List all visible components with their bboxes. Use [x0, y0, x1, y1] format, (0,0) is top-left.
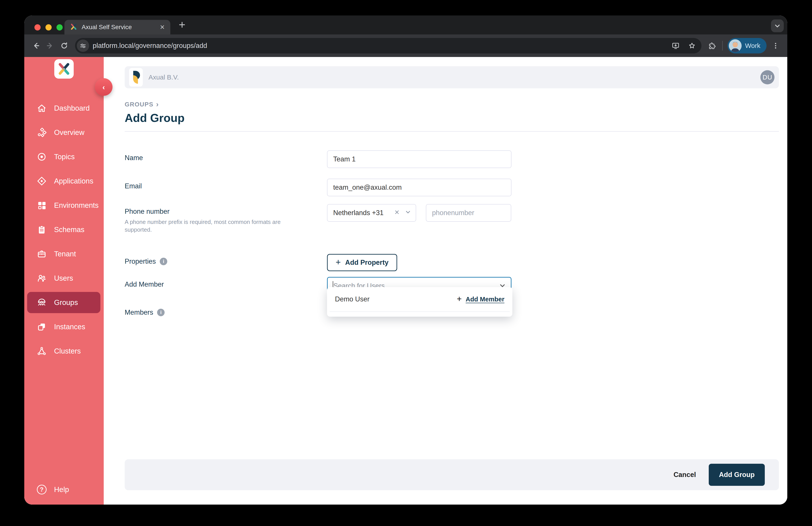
chevron-down-icon[interactable]: [405, 209, 411, 217]
properties-label: Properties i: [125, 257, 167, 266]
sidebar-item-clusters[interactable]: Clusters: [27, 341, 100, 362]
tab-favicon-axual-icon: [70, 23, 77, 31]
install-app-icon[interactable]: [669, 39, 682, 52]
breadcrumb: GROUPS ›: [125, 101, 779, 108]
sidebar-item-label: Schemas: [54, 226, 85, 234]
forward-button[interactable]: [44, 39, 57, 52]
name-row: Name: [125, 151, 779, 168]
user-avatar[interactable]: DU: [760, 70, 774, 84]
list-item[interactable]: Demo User + Add Member: [327, 287, 512, 311]
email-row: Email: [125, 179, 779, 196]
app-header: Axual B.V. DU: [125, 66, 779, 88]
address-bar[interactable]: platform.local/governance/groups/add: [75, 38, 701, 54]
axual-logo-icon: [54, 59, 74, 79]
phone-helper-text: A phone number prefix is required, most …: [125, 218, 292, 233]
clusters-icon: [37, 346, 46, 356]
clear-prefix-icon[interactable]: [394, 209, 400, 217]
sidebar-item-instances[interactable]: Instances: [27, 316, 100, 338]
user-name: Demo User: [335, 295, 457, 303]
add-group-button[interactable]: Add Group: [709, 464, 765, 486]
info-icon[interactable]: i: [157, 309, 164, 316]
browser-menu-icon[interactable]: [769, 39, 782, 52]
profile-label: Work: [745, 42, 760, 49]
tab-strip: Axual Self Service × +: [24, 15, 787, 34]
sidebar-item-label: Clusters: [54, 347, 81, 355]
main-panel: Axual B.V. DU GROUPS › Add Group Name Em…: [104, 57, 787, 504]
sidebar-item-label: Topics: [54, 153, 75, 161]
environments-icon: [37, 200, 46, 210]
url-text[interactable]: platform.local/governance/groups/add: [93, 42, 666, 50]
add-property-button[interactable]: + Add Property: [327, 254, 397, 271]
sidebar-item-label: Dashboard: [54, 104, 90, 112]
plus-icon: +: [457, 295, 462, 303]
sidebar-item-label: Users: [54, 274, 73, 282]
browser-tab[interactable]: Axual Self Service ×: [64, 20, 170, 34]
phone-row: Phone number A phone number prefix is re…: [125, 204, 779, 233]
cancel-button[interactable]: Cancel: [673, 471, 696, 479]
name-input[interactable]: [327, 151, 511, 168]
instances-icon: [37, 322, 46, 332]
sidebar-item-label: Applications: [54, 177, 93, 185]
applications-icon: [37, 176, 46, 186]
sidebar-item-schemas[interactable]: Schemas: [27, 219, 100, 240]
sidebar-item-users[interactable]: Users: [27, 268, 100, 289]
sidebar-item-label: Groups: [54, 298, 78, 307]
sidebar-item-label: Overview: [54, 128, 85, 137]
sidebar-collapse-button[interactable]: ‹: [95, 78, 113, 96]
phone-prefix-select[interactable]: Netherlands +31: [327, 204, 416, 222]
sidebar-item-overview[interactable]: Overview: [27, 122, 100, 143]
sidebar-item-applications[interactable]: Applications: [27, 170, 100, 192]
title-divider: [125, 131, 779, 132]
browser-toolbar: platform.local/governance/groups/add: [24, 34, 787, 57]
tab-search-button[interactable]: [771, 19, 784, 32]
sidebar-nav: Dashboard Overview Topics: [24, 98, 104, 362]
sidebar-item-topics[interactable]: Topics: [27, 146, 100, 167]
members-label: Members i: [125, 309, 164, 316]
form-action-bar: Cancel Add Group: [125, 459, 779, 490]
close-window-button[interactable]: [34, 24, 41, 30]
add-member-link[interactable]: + Add Member: [457, 295, 504, 303]
page-title: Add Group: [125, 111, 779, 125]
email-field[interactable]: [327, 179, 511, 196]
name-label: Name: [125, 154, 143, 162]
help-icon: ?: [37, 485, 46, 494]
properties-row: Properties i + Add Property: [125, 254, 779, 271]
phone-number-input[interactable]: [426, 204, 511, 222]
sidebar-item-dashboard[interactable]: Dashboard: [27, 98, 100, 119]
sidebar-item-groups[interactable]: Groups: [27, 292, 100, 313]
profile-button[interactable]: Work: [727, 38, 767, 54]
reload-button[interactable]: [58, 39, 71, 52]
sidebar-item-label: Help: [54, 485, 69, 494]
minimize-window-button[interactable]: [45, 24, 52, 30]
info-icon[interactable]: i: [160, 258, 167, 265]
chevron-right-icon: ›: [156, 100, 159, 108]
window-controls: [34, 24, 63, 30]
zoom-window-button[interactable]: [57, 24, 63, 30]
back-button[interactable]: [30, 39, 42, 52]
schemas-icon: [37, 225, 46, 234]
sidebar-item-label: Tenant: [54, 250, 76, 258]
company-logo-icon: [129, 68, 143, 87]
phone-label: Phone number: [125, 208, 170, 215]
toolbar-divider: [722, 41, 723, 51]
home-icon: [37, 103, 46, 113]
sidebar-item-label: Instances: [54, 323, 85, 331]
plus-icon: +: [336, 258, 341, 267]
phone-prefix-value: Netherlands +31: [333, 209, 383, 217]
groups-icon: [37, 298, 46, 308]
extensions-puzzle-icon[interactable]: [706, 39, 719, 52]
bookmark-star-icon[interactable]: [685, 39, 698, 52]
sidebar-item-environments[interactable]: Environments: [27, 195, 100, 216]
browser-window: Axual Self Service × +: [24, 15, 787, 504]
breadcrumb-groups-link[interactable]: GROUPS: [125, 101, 153, 108]
sidebar-item-help[interactable]: ? Help: [27, 479, 100, 500]
new-tab-button[interactable]: +: [179, 18, 185, 31]
topics-icon: [37, 152, 46, 162]
tab-close-icon[interactable]: ×: [160, 23, 164, 31]
user-search-dropdown: Demo User + Add Member: [327, 287, 512, 317]
site-info-icon[interactable]: [77, 40, 89, 52]
profile-avatar: [729, 39, 742, 52]
add-member-label: Add Member: [125, 281, 164, 288]
sidebar-item-tenant[interactable]: Tenant: [27, 243, 100, 265]
sidebar: ‹ Dashboard Overview: [24, 57, 104, 504]
